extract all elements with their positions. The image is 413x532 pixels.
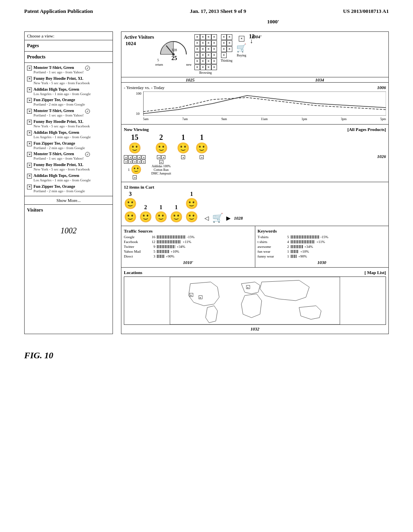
grid-cell: ✕ bbox=[227, 40, 232, 46]
list-item: ✕ Fun Zipper Tee, Orange Portland - 2 mi… bbox=[27, 97, 110, 108]
list-item: ✕ Monster T-Shirt, Green Portland - 1 se… bbox=[27, 64, 110, 75]
checkbox-icon[interactable]: ✕ bbox=[27, 77, 32, 81]
grid-cell: ✕ bbox=[211, 52, 217, 58]
traffic-row: Direct 3 +90% bbox=[124, 254, 252, 258]
y-label-10: 10 bbox=[136, 112, 142, 116]
show-more-button[interactable]: Show More... bbox=[25, 196, 113, 205]
grid-cell: ✕ bbox=[206, 46, 211, 52]
grid-cell: ✕ bbox=[221, 52, 227, 58]
checkbox-icon[interactable]: ✕ bbox=[27, 131, 32, 135]
grid-cell: ✕ bbox=[206, 58, 211, 64]
active-visitors-count: 1024 bbox=[125, 40, 154, 47]
ref-1034: 1034 bbox=[315, 77, 324, 82]
person-icon-2: 🙂 bbox=[131, 164, 142, 175]
check-circle-icon: ✓ bbox=[85, 66, 90, 71]
product-count: 2 bbox=[159, 133, 163, 142]
svg-text:✕: ✕ bbox=[190, 294, 192, 297]
item-text: Addidas High Tops, Green Los Angeles - 1… bbox=[33, 87, 91, 96]
now-viewing-filter[interactable]: [All Pages Products] bbox=[347, 127, 386, 132]
ref-1026: 1026 bbox=[377, 154, 386, 159]
buying-label: Buying bbox=[237, 54, 246, 57]
now-viewing-section: Now Viewing [All Pages Products] 15 🙂 ✕ … bbox=[121, 125, 388, 182]
product-item: 15 🙂 ✕ ✕ ✕ ✕ ✕ ✕ ✕ ✕ ✕ ✕ bbox=[124, 133, 146, 179]
ref-1010: 1010' bbox=[124, 260, 252, 265]
product-item: 1 🙂 ✕ bbox=[177, 133, 190, 159]
arrow-down-icon: ↓ bbox=[250, 37, 253, 45]
page-header: Patent Application Publication Jan. 17, … bbox=[0, 0, 413, 19]
checkbox-icon[interactable]: ✕ bbox=[27, 109, 32, 114]
checkbox-icon[interactable]: ✕ bbox=[27, 66, 32, 71]
active-visitors-label: Active Visitors bbox=[124, 34, 154, 40]
product-count: 1 bbox=[200, 133, 204, 142]
checkbox-icon[interactable]: ✕ bbox=[27, 120, 32, 125]
grid-cell: ✕ bbox=[200, 64, 206, 70]
nav-prev-icon[interactable]: ◁ bbox=[204, 215, 209, 222]
grid-cell: ✕ bbox=[211, 64, 217, 70]
grid-cell: ✕ bbox=[200, 52, 206, 58]
list-item: ✕ Funny Boy Hoodie Print, XL New York - … bbox=[27, 75, 110, 86]
active-visitors-row: Active Visitors 1024 328 bbox=[121, 32, 388, 77]
traffic-row: Google 16 -15% bbox=[124, 235, 252, 239]
checkbox-icon[interactable]: ✕ bbox=[27, 185, 32, 189]
locations-filter[interactable]: [ Map List] bbox=[365, 270, 386, 275]
cart-label: 12 items in Cart bbox=[124, 185, 386, 189]
gauge-left-num: 5 bbox=[157, 58, 159, 62]
grid-cell: ✕ bbox=[221, 34, 227, 40]
product-count: 1 bbox=[181, 133, 185, 142]
keyword-bar bbox=[291, 250, 299, 253]
check-circle-icon: ✓ bbox=[85, 109, 90, 114]
product-item: 2 🙂 ✕ ✕ ✕ Addidas 100%Cotton RunDMC Jump… bbox=[151, 133, 171, 175]
checkbox-icon[interactable]: ✕ bbox=[27, 87, 32, 92]
grid-cell: ✕ bbox=[211, 46, 217, 52]
locations-section: Locations [ Map List] bbox=[121, 268, 388, 334]
ref-1030: 1030 bbox=[258, 260, 386, 265]
traffic-keywords-section: Traffic Sources Google 16 -15% Facebook … bbox=[121, 226, 388, 268]
product-item: 1 🙂 ✕ bbox=[195, 133, 208, 159]
traffic-label: Traffic Sources bbox=[124, 229, 252, 233]
grid-cell: ✕ bbox=[200, 40, 206, 46]
figure-label: FIG. 10 bbox=[24, 342, 53, 365]
traffic-bar bbox=[157, 255, 164, 258]
ref-1002: 1002 bbox=[27, 214, 110, 239]
traffic-bar bbox=[157, 250, 169, 253]
checkbox-icon[interactable]: ✕ bbox=[27, 163, 32, 168]
traffic-row: Facebook 12 +11% bbox=[124, 240, 252, 244]
y-label-100: 100 bbox=[136, 91, 142, 96]
list-item: ✕ Monster T-Shirt, Green Portland - 1 se… bbox=[27, 151, 110, 162]
grid-cell: ✕ bbox=[200, 58, 206, 64]
header-right: US 2013/0018713 A1 bbox=[343, 8, 389, 15]
item-text: Monster T-Shirt, Green Portland - 1 sec … bbox=[33, 65, 83, 75]
grid-cell: ✕ bbox=[194, 64, 200, 70]
svg-text:✕: ✕ bbox=[247, 287, 249, 289]
grid-cell: ✕ bbox=[194, 52, 200, 58]
item-text: Monster T-Shirt, Green Portland - 1 sec … bbox=[33, 152, 83, 161]
grid-cell: ✕ bbox=[194, 46, 200, 52]
nav-next-icon[interactable]: ▶ bbox=[226, 215, 231, 222]
checkbox-icon[interactable]: ✕ bbox=[27, 152, 32, 157]
cart-section: 12 items in Cart 3 🙂 🙂 2 🙂 1 🙂 bbox=[121, 182, 388, 226]
keyword-row: T-shirts 5 -15% bbox=[258, 235, 386, 239]
person-icon: 🙂 bbox=[177, 142, 190, 154]
keywords-section: Keywords T-shirts 5 -15% t shirts 4 +11%… bbox=[255, 226, 389, 267]
keyword-row: funny wear 1 +90% bbox=[258, 254, 386, 258]
checkbox-icon[interactable]: ✕ bbox=[27, 174, 32, 179]
keywords-label: Keywords bbox=[258, 229, 386, 233]
grid-cell: ✕ bbox=[221, 46, 227, 52]
ref-1006: 1006 bbox=[377, 85, 386, 91]
header-middle: Jan. 17, 2013 Sheet 9 of 9 bbox=[190, 8, 246, 15]
item-text: Fun Zipper Tee, Orange Portland - 2 min … bbox=[33, 184, 85, 193]
checkbox-icon[interactable]: ✕ bbox=[27, 141, 32, 146]
keyword-bar bbox=[291, 240, 315, 243]
person-icon: 🙂 bbox=[128, 142, 141, 154]
grid-cell: ✕ bbox=[194, 40, 200, 46]
checkbox-icon[interactable]: ✕ bbox=[27, 98, 32, 103]
thinking-label: Thinking bbox=[221, 59, 232, 62]
visitors-header: Visitors bbox=[27, 206, 110, 214]
locations-label: Locations bbox=[124, 270, 142, 275]
grid-cell: ✕ bbox=[239, 36, 244, 42]
list-item: ✕ Monster T-Shirt, Green Portland - 1 se… bbox=[27, 108, 110, 118]
traffic-bar bbox=[157, 240, 181, 243]
grid-cell: ✕ bbox=[221, 40, 227, 46]
map-svg: ✕ ✕ ✕ bbox=[124, 277, 386, 324]
header-left: Patent Application Publication bbox=[24, 8, 93, 15]
